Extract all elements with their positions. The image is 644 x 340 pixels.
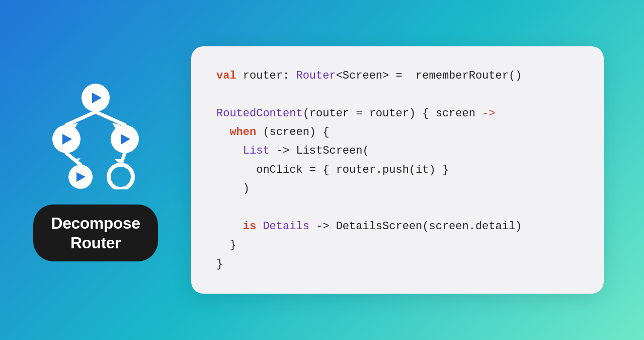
svg-line-5 <box>66 112 96 125</box>
svg-line-6 <box>96 112 125 125</box>
svg-point-4 <box>109 165 133 189</box>
svg-line-8 <box>121 153 125 165</box>
code-block: val router: Router<Screen> = rememberRou… <box>216 66 522 274</box>
title-badge: Decompose Router <box>33 205 158 261</box>
title-line2: Router <box>70 234 121 252</box>
code-panel: val router: Router<Screen> = rememberRou… <box>191 46 604 294</box>
left-panel: Decompose Router <box>0 0 191 340</box>
title-line1: Decompose <box>51 214 140 232</box>
tree-icon <box>40 79 151 189</box>
